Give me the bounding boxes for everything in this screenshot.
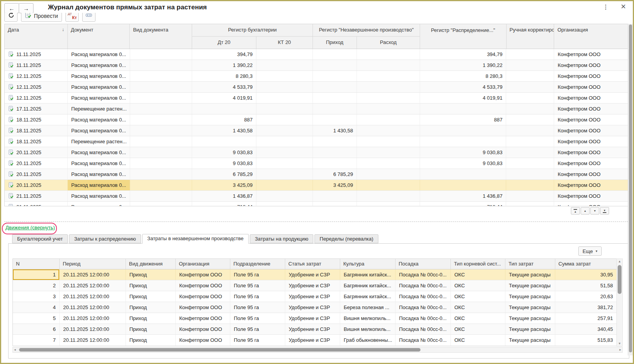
cell-date[interactable]: 20.11.2025	[5, 158, 68, 169]
cell-prihod[interactable]	[313, 202, 357, 206]
cell-kt20[interactable]	[256, 180, 313, 190]
cell-org[interactable]: Конфетпром ООО	[554, 147, 629, 158]
cell-doc[interactable]: Расход материалов 0...	[68, 60, 130, 70]
cell-date[interactable]: 18.11.2025	[5, 136, 68, 147]
cell-culture[interactable]: Багрянник китайск...	[340, 269, 396, 280]
cell-kt20[interactable]	[256, 202, 313, 206]
cell-org[interactable]: Конфетпром ООО	[554, 71, 629, 81]
cell-dt20[interactable]: 718,44	[192, 202, 256, 206]
wip-register-label[interactable]: Регистр "Незавершенное производство"	[313, 24, 420, 37]
cell-rasp[interactable]: 4 019,91	[420, 93, 507, 103]
cell-prihod[interactable]: 3 425,09	[313, 180, 357, 190]
cell-kind[interactable]	[130, 147, 192, 158]
scroll-last-button[interactable]: ▼	[600, 207, 609, 215]
cell-cost-sum[interactable]: 257,91	[555, 313, 616, 324]
cell-kt20[interactable]	[256, 60, 313, 70]
cell-rashod[interactable]	[357, 202, 420, 206]
cell-movement-kind[interactable]: Приход	[126, 269, 176, 280]
cell-subdivision[interactable]: Поле 95 га	[230, 280, 285, 291]
movements-vertical-scrollbar[interactable]: ▲ ▼	[616, 258, 623, 346]
cell-manual[interactable]	[506, 82, 554, 92]
cell-prihod[interactable]	[313, 136, 357, 147]
cell-manual[interactable]	[506, 71, 554, 81]
cell-n[interactable]: 1	[13, 269, 60, 280]
cell-movement-kind[interactable]: Приход	[126, 335, 176, 346]
cell-prihod[interactable]	[313, 60, 357, 70]
cell-org[interactable]: Конфетпром ООО	[554, 202, 629, 206]
cell-doc[interactable]: Расход материалов 0...	[68, 191, 130, 201]
cell-prihod[interactable]	[313, 71, 357, 81]
accounting-register-label[interactable]: Регистр бухгалтерии	[192, 24, 313, 37]
cell-org[interactable]: Конфетпром ООО	[554, 125, 629, 136]
movements-column-header-cost-item[interactable]: Статья затрат	[285, 259, 340, 269]
cell-kind[interactable]	[130, 169, 192, 179]
movements-horizontal-scrollbar[interactable]: ◂ ▸	[12, 347, 623, 353]
cell-cost-type[interactable]: Текущие расходы	[505, 302, 555, 313]
cell-cost-sum[interactable]: 51,58	[555, 280, 616, 291]
cell-kt20[interactable]	[256, 49, 313, 60]
cell-dt20[interactable]	[192, 104, 256, 114]
cell-n[interactable]: 6	[13, 324, 60, 334]
cell-kt20[interactable]	[256, 114, 313, 125]
scroll-left-arrow-icon[interactable]: ◂	[14, 347, 16, 352]
cell-root-type[interactable]: ОКС	[451, 313, 505, 324]
cell-kt20[interactable]	[256, 136, 313, 147]
cell-dt20[interactable]: 4 019,91	[192, 93, 256, 103]
form-scroll-thumb[interactable]	[629, 25, 632, 352]
tab-0[interactable]: Бухгалтерский учет	[12, 234, 68, 243]
cell-kind[interactable]	[130, 82, 192, 92]
cell-org[interactable]: Конфетпром ООО	[554, 60, 629, 70]
post-button[interactable]: Провести	[21, 13, 62, 22]
cell-manual[interactable]	[506, 114, 554, 125]
cell-org[interactable]: Конфетпром ООО	[554, 104, 629, 114]
movements-column-header-cost-sum[interactable]: Сумма затрат	[555, 259, 616, 269]
cell-cost-type[interactable]: Текущие расходы	[505, 269, 555, 280]
cell-culture[interactable]: Вишня мелкопиль...	[340, 324, 396, 334]
cell-culture[interactable]: Граб обыкновенны...	[340, 335, 396, 346]
cell-doc[interactable]: Расход материалов 0...	[68, 125, 130, 136]
close-icon[interactable]: ×	[621, 2, 626, 12]
cell-rasp[interactable]: 394,79	[420, 49, 507, 60]
cell-n[interactable]: 3	[13, 291, 60, 302]
cell-cost-sum[interactable]: 515,83	[555, 335, 616, 346]
cell-rashod[interactable]	[357, 93, 420, 103]
cell-cost-type[interactable]: Текущие расходы	[505, 324, 555, 334]
cell-rasp[interactable]: 1 390,22	[420, 60, 507, 70]
cell-cost-item[interactable]: Удобрение и СЗР	[285, 324, 340, 334]
cell-kind[interactable]	[130, 202, 192, 206]
cell-doc[interactable]: Расход материалов 0...	[68, 169, 130, 179]
cell-root-type[interactable]: ОКС	[451, 269, 505, 280]
cell-date[interactable]: 20.11.2025	[5, 169, 68, 179]
cell-organization[interactable]: Конфетпром ООО	[176, 313, 230, 324]
column-header-organization[interactable]: Организация	[554, 24, 629, 49]
cell-rashod[interactable]	[357, 169, 420, 179]
cell-subdivision[interactable]: Поле 95 га	[230, 313, 285, 324]
dt-kt-button[interactable]: Дт Кт	[65, 13, 79, 22]
cell-movement-kind[interactable]: Приход	[126, 280, 176, 291]
cell-org[interactable]: Конфетпром ООО	[554, 191, 629, 201]
cell-cost-sum[interactable]: 340,45	[555, 324, 616, 334]
cell-manual[interactable]	[506, 147, 554, 158]
cell-date[interactable]: 21.11.2025	[5, 191, 68, 201]
cell-manual[interactable]	[506, 180, 554, 190]
cell-org[interactable]: Конфетпром ООО	[554, 49, 629, 60]
cell-period[interactable]: 20.11.2025 12:00:00	[60, 335, 126, 346]
cell-culture[interactable]: Багрянник китайск...	[340, 291, 396, 302]
cell-org[interactable]: Конфетпром ООО	[554, 93, 629, 103]
cell-kt20[interactable]	[256, 158, 313, 169]
form-splitter[interactable]	[4, 222, 628, 222]
cell-doc[interactable]: Расход материалов 0...	[68, 158, 130, 169]
cell-dt20[interactable]	[192, 136, 256, 147]
cell-kt20[interactable]	[256, 104, 313, 114]
cell-cost-item[interactable]: Удобрение и СЗР	[285, 302, 340, 313]
cell-kind[interactable]	[130, 60, 192, 70]
movements-column-header-movement-kind[interactable]: Вид движения	[126, 259, 176, 269]
scroll-up-arrow-icon[interactable]: ▲	[617, 260, 622, 263]
cell-manual[interactable]	[506, 136, 554, 147]
cell-planting[interactable]: Посадка № 00сс-0...	[396, 335, 451, 346]
cell-dt20[interactable]: 9 030,83	[192, 158, 256, 169]
cell-kind[interactable]	[130, 125, 192, 136]
cell-rashod[interactable]	[357, 82, 420, 92]
cell-culture[interactable]: Вишня мелкопиль...	[340, 313, 396, 324]
cell-n[interactable]: 5	[13, 313, 60, 324]
